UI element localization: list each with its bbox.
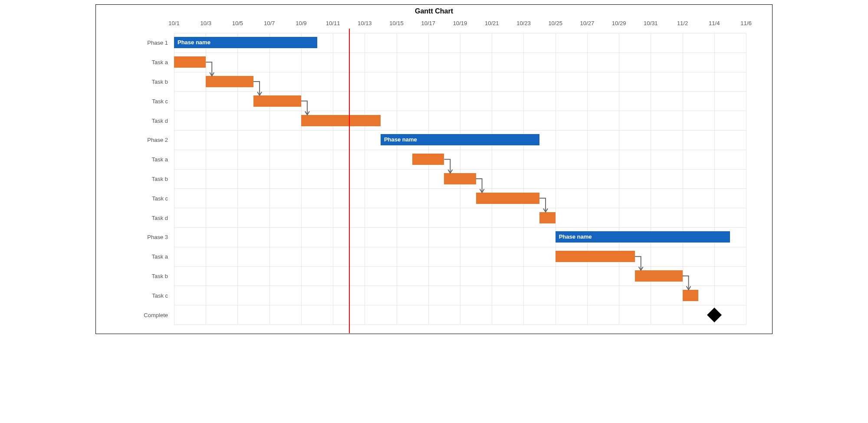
chart-title: Gantt Chart: [96, 7, 772, 15]
x-axis-tick: 10/27: [580, 20, 595, 26]
x-axis-tick: 11/2: [677, 20, 688, 26]
x-axis-tick: 10/15: [389, 20, 404, 26]
x-axis-tick: 10/29: [612, 20, 626, 26]
row-label-phase2: Phase 2: [99, 137, 168, 143]
row-label-phase3: Phase 3: [99, 234, 168, 240]
row-label-phase1: Phase 1: [99, 39, 168, 46]
x-axis-tick: 10/13: [358, 20, 372, 26]
x-axis-tick: 10/1: [168, 20, 179, 26]
gantt-chart-frame: Gantt Chart 10/110/310/510/710/910/1110/…: [95, 4, 773, 334]
row-label-complete: Complete: [99, 312, 168, 318]
row-label-p2-task-c: Task c: [99, 195, 168, 201]
x-axis-tick: 11/6: [740, 20, 751, 26]
gantt-plot-area: 10/110/310/510/710/910/1110/1310/1510/17…: [174, 33, 746, 325]
x-axis-tick: 10/19: [453, 20, 467, 26]
row-label-p3-task-a: Task a: [99, 253, 168, 260]
x-axis-tick: 10/17: [421, 20, 435, 26]
row-label-p1-task-b: Task b: [99, 79, 168, 85]
row-label-p2-task-a: Task a: [99, 156, 168, 163]
x-axis-tick: 11/4: [709, 20, 720, 26]
row-label-p1-task-d: Task d: [99, 117, 168, 124]
today-marker-line: [349, 29, 350, 333]
grid-line: [746, 33, 746, 325]
x-axis-tick: 10/11: [326, 20, 340, 26]
row-label-p3-task-b: Task b: [99, 273, 168, 279]
x-axis-tick: 10/23: [516, 20, 531, 26]
x-axis-tick: 10/5: [232, 20, 243, 26]
x-axis-tick: 10/7: [264, 20, 275, 26]
x-axis-tick: 10/9: [296, 20, 306, 26]
x-axis-tick: 10/3: [201, 20, 211, 26]
row-label-p2-task-d: Task d: [99, 214, 168, 221]
x-axis-tick: 10/21: [485, 20, 499, 26]
x-axis-tick: 10/31: [644, 20, 658, 26]
x-axis-tick: 10/25: [548, 20, 562, 26]
dependency-arrow: [174, 33, 746, 325]
row-label-p3-task-c: Task c: [99, 292, 168, 298]
row-line: [174, 325, 746, 325]
row-label-p1-task-a: Task a: [99, 59, 168, 66]
row-label-p1-task-c: Task c: [99, 98, 168, 104]
row-label-p2-task-b: Task b: [99, 176, 168, 182]
